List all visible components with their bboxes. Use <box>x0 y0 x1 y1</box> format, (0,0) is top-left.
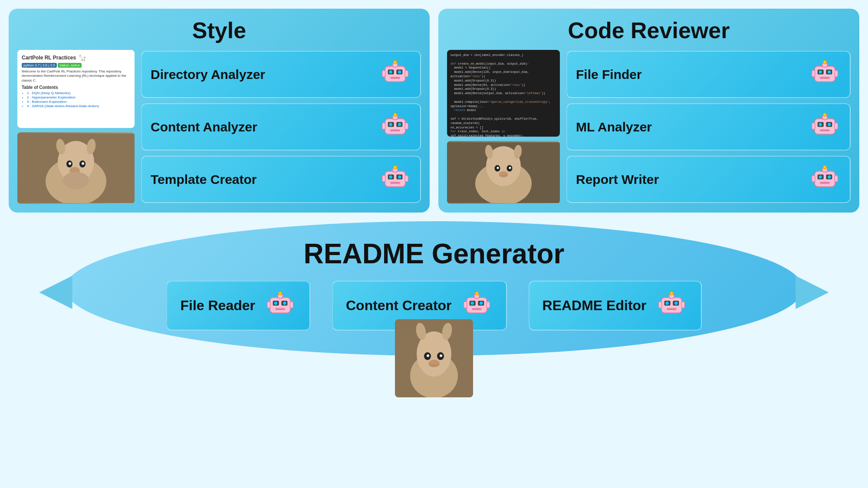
svg-rect-111 <box>658 301 662 308</box>
svg-point-119 <box>440 354 442 357</box>
svg-rect-30 <box>382 123 386 129</box>
svg-point-35 <box>389 175 392 179</box>
toc-item: 1 - DQN (Deep Q-Networks) <box>27 91 130 95</box>
svg-point-76 <box>819 175 822 179</box>
content-creator-label: Content Creator <box>346 298 452 314</box>
svg-rect-98 <box>472 308 482 310</box>
svg-rect-112 <box>681 301 685 308</box>
svg-rect-68 <box>820 129 830 131</box>
svg-point-80 <box>823 166 827 169</box>
svg-point-106 <box>665 301 669 305</box>
report-writer-card[interactable]: Report Writer <box>566 156 851 203</box>
svg-rect-62 <box>835 70 838 77</box>
svg-point-19 <box>394 61 397 64</box>
svg-point-97 <box>480 301 483 305</box>
readme-editor-card[interactable]: README Editor <box>529 281 702 331</box>
readme-generator-title: README Generator <box>304 238 565 270</box>
svg-rect-92 <box>290 301 293 308</box>
svg-rect-40 <box>382 175 386 182</box>
svg-rect-53 <box>815 66 835 82</box>
svg-rect-20 <box>382 70 386 77</box>
robot-icon-content-creator <box>460 289 493 322</box>
svg-rect-78 <box>820 182 830 184</box>
code-agents: File Finder <box>566 50 851 204</box>
svg-rect-41 <box>405 175 408 182</box>
readme-repo-title: CartPole RL Practices <box>22 55 76 61</box>
svg-point-70 <box>823 113 827 117</box>
svg-point-86 <box>274 301 277 305</box>
svg-rect-73 <box>815 171 835 187</box>
svg-rect-103 <box>661 298 682 313</box>
template-creator-card[interactable]: Template Creator <box>141 156 421 203</box>
readme-section: ◀ ▶ README Generator File Reader <box>9 221 859 356</box>
report-writer-label: Report Writer <box>576 172 659 187</box>
svg-point-48 <box>509 167 511 169</box>
readme-ellipse: ◀ ▶ README Generator File Reader <box>65 221 803 356</box>
svg-rect-102 <box>487 301 490 308</box>
arrow-right-icon: ▶ <box>796 263 829 314</box>
robot-icon-directory <box>379 58 411 91</box>
directory-analyzer-label: Directory Analyzer <box>151 67 265 82</box>
svg-point-6 <box>82 162 84 165</box>
ml-analyzer-label: ML Analyzer <box>576 120 652 134</box>
readme-title-line: CartPole RL Practices 🦙 <box>22 54 130 61</box>
svg-point-36 <box>398 175 401 179</box>
file-reader-card[interactable]: File Reader <box>166 281 310 331</box>
llama-svg-style <box>17 134 135 203</box>
badge-status: status: active <box>58 63 82 68</box>
svg-rect-88 <box>275 308 285 310</box>
robot-icon-report-writer <box>809 163 841 196</box>
svg-point-5 <box>69 162 71 165</box>
svg-rect-63 <box>815 119 835 134</box>
svg-point-39 <box>394 166 397 169</box>
svg-point-16 <box>398 70 401 74</box>
svg-point-25 <box>389 123 392 126</box>
style-panel: Style CartPole RL Practices 🦙 python 3.7… <box>9 9 430 213</box>
svg-rect-72 <box>835 123 838 129</box>
svg-point-56 <box>819 70 822 74</box>
style-preview: CartPole RL Practices 🦙 python 3.7 | 3.8… <box>17 50 135 204</box>
directory-analyzer-card[interactable]: Directory Analyzer <box>141 51 421 98</box>
llama-image-style <box>17 132 135 204</box>
svg-point-47 <box>497 167 499 169</box>
svg-point-26 <box>398 123 401 126</box>
toc-item: 3 - Boltzmann Exploration <box>27 100 130 104</box>
svg-point-66 <box>819 123 822 126</box>
svg-point-100 <box>475 292 478 295</box>
content-analyzer-card[interactable]: Content Analyzer <box>141 103 421 151</box>
toc-title: Table of Contents <box>22 85 130 90</box>
svg-rect-27 <box>390 129 400 131</box>
style-agents: Directory Analyzer <box>141 50 421 204</box>
code-snippet: output_dim = len(label_encoder.classes_)… <box>447 50 560 137</box>
arrow-left-icon: ◀ <box>39 263 72 314</box>
readme-editor-label: README Editor <box>542 298 647 314</box>
code-panel-title: Code Reviewer <box>447 17 851 43</box>
svg-rect-93 <box>467 298 487 313</box>
svg-point-87 <box>283 301 286 305</box>
llama-svg-bottom <box>395 319 473 397</box>
svg-rect-101 <box>464 301 467 308</box>
readme-preview: CartPole RL Practices 🦙 python 3.7 | 3.8… <box>17 50 135 128</box>
svg-rect-91 <box>267 301 270 308</box>
svg-rect-12 <box>385 66 405 82</box>
svg-point-67 <box>828 123 831 126</box>
readme-intro: Welcome to the CartPole RL Practices rep… <box>22 69 130 83</box>
svg-point-29 <box>394 113 397 117</box>
code-panel: Code Reviewer output_dim = len(label_enc… <box>438 9 859 213</box>
svg-rect-17 <box>390 77 400 79</box>
robot-icon-readme-editor <box>655 289 688 322</box>
svg-rect-37 <box>390 182 400 184</box>
svg-rect-32 <box>385 171 405 187</box>
ml-analyzer-card[interactable]: ML Analyzer <box>566 103 851 151</box>
file-reader-label: File Reader <box>180 298 255 314</box>
template-creator-label: Template Creator <box>151 172 257 187</box>
svg-rect-83 <box>270 298 290 313</box>
robot-icon-ml-analyzer <box>809 111 841 143</box>
content-analyzer-label: Content Analyzer <box>151 120 257 134</box>
svg-rect-108 <box>667 308 677 310</box>
file-finder-card[interactable]: File Finder <box>566 51 851 98</box>
badge-python: python 3.7 | 3.8 | 3.9 <box>22 63 57 68</box>
svg-point-77 <box>828 175 831 179</box>
svg-rect-82 <box>835 175 838 182</box>
svg-point-11 <box>63 172 89 189</box>
